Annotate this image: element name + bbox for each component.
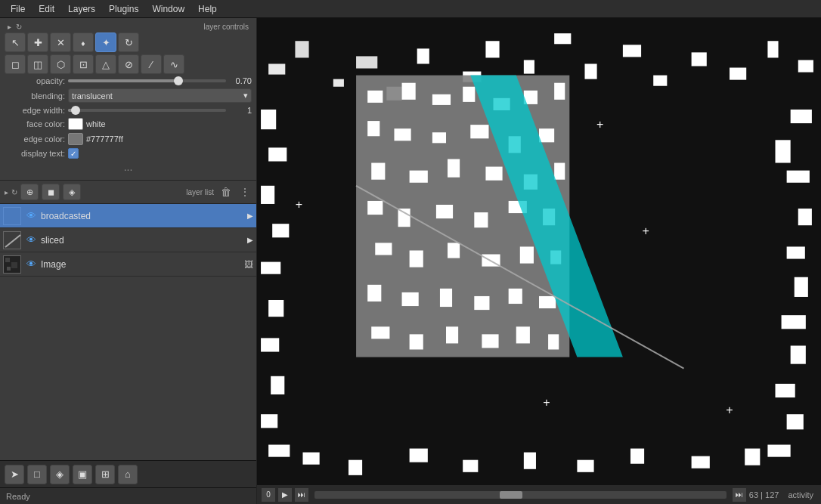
layer-eye-broadcasted[interactable]: 👁 <box>24 209 38 223</box>
svg-rect-22 <box>798 60 813 72</box>
opacity-track <box>68 79 226 82</box>
toolbar-3d-btn[interactable]: ◈ <box>50 465 70 484</box>
svg-line-0 <box>5 235 20 247</box>
svg-rect-64 <box>470 125 488 138</box>
layer-list-collapse-icon[interactable]: ▸ <box>5 188 8 196</box>
svg-rect-33 <box>767 445 790 457</box>
layer-controls-title: layer controls <box>25 23 249 31</box>
svg-rect-68 <box>410 171 428 183</box>
menu-layers[interactable]: Layers <box>62 2 101 16</box>
layer-list-delete-btn[interactable]: 🗑 <box>217 184 235 200</box>
tool-move[interactable]: ⬧ <box>73 32 94 52</box>
tool-remove[interactable]: ✕ <box>50 32 71 52</box>
layer-item-image[interactable]: 👁 Image 🖼 <box>0 252 256 277</box>
edge-color-value: #777777ff <box>86 135 123 144</box>
canvas-visual: + + + + + <box>257 18 821 484</box>
svg-rect-25 <box>787 171 810 183</box>
frame-last-btn[interactable]: ⏭ <box>733 488 746 502</box>
layer-name-sliced: sliced <box>41 235 244 246</box>
svg-text:+: + <box>642 224 649 237</box>
tool-ellipse[interactable]: ⬡ <box>50 54 71 74</box>
menu-edit[interactable]: Edit <box>33 2 60 16</box>
svg-text:+: + <box>296 197 302 211</box>
svg-rect-3 <box>11 262 17 268</box>
svg-rect-74 <box>398 209 410 227</box>
layer-type-image-icon: 🖼 <box>244 259 253 270</box>
svg-rect-41 <box>271 376 284 394</box>
timeline-track[interactable] <box>314 491 727 499</box>
display-text-checkbox[interactable]: ✓ <box>68 148 79 159</box>
face-color-swatch[interactable] <box>68 118 83 130</box>
toolbar-layers-btn[interactable]: ▣ <box>73 465 92 484</box>
layer-list-btn-add[interactable]: ⊕ <box>20 184 39 200</box>
opacity-thumb[interactable] <box>174 76 183 85</box>
layer-item-sliced[interactable]: 👁 sliced ▶ <box>0 228 256 252</box>
menu-plugins[interactable]: Plugins <box>103 2 144 16</box>
svg-rect-27 <box>787 246 805 258</box>
tool-pen[interactable]: ∕ <box>141 54 162 74</box>
frame-start-btn[interactable]: 0 <box>262 488 275 502</box>
display-text-label: display text: <box>5 149 65 158</box>
blending-row: blending: translucent ▾ <box>5 88 252 103</box>
svg-rect-23 <box>791 110 812 123</box>
svg-rect-17 <box>623 45 641 57</box>
tool-transform[interactable]: ✦ <box>95 32 116 52</box>
frame-play-btn[interactable]: ▶ <box>278 488 292 502</box>
collapse-icon[interactable]: ▸ <box>8 23 11 31</box>
layer-list-menu-icon[interactable]: ⋮ <box>238 185 252 199</box>
layer-item-broadcasted[interactable]: 👁 broadcasted ▶ <box>0 204 256 228</box>
menu-help[interactable]: Help <box>192 2 223 16</box>
svg-rect-26 <box>798 209 812 225</box>
svg-rect-40 <box>261 338 279 351</box>
canvas-area[interactable]: + + + + + <box>257 18 821 484</box>
toolbar-rect-btn[interactable]: □ <box>27 465 47 484</box>
left-panel: ▸ ↻ layer controls ↖ ✚ ✕ ⬧ ✦ ↻ ◻ ◫ ⬡ ⊡ △… <box>0 18 257 504</box>
frame-total: 127 <box>765 490 779 499</box>
layer-eye-sliced[interactable]: 👁 <box>24 233 38 247</box>
toolbar-grid-btn[interactable]: ⊞ <box>95 465 115 484</box>
svg-rect-56 <box>432 94 451 105</box>
frame-current: 63 <box>749 490 758 499</box>
status-bar: Ready <box>0 487 256 504</box>
opacity-fill <box>68 79 178 82</box>
tool-lasso[interactable]: ⊘ <box>118 54 139 74</box>
tool-poly[interactable]: △ <box>95 54 116 74</box>
frame-end-btn[interactable]: ⏭ <box>295 488 308 502</box>
svg-rect-93 <box>446 326 458 343</box>
svg-rect-80 <box>410 250 423 267</box>
tool-add[interactable]: ✚ <box>27 32 48 52</box>
svg-rect-50 <box>630 449 644 464</box>
layer-arrow-broadcasted: ▶ <box>247 212 253 220</box>
layer-controls-panel: ▸ ↻ layer controls ↖ ✚ ✕ ⬧ ✦ ↻ ◻ ◫ ⬡ ⊡ △… <box>0 18 256 181</box>
svg-rect-72 <box>554 163 565 180</box>
layer-eye-image[interactable]: 👁 <box>24 258 38 271</box>
toolbar-home-btn[interactable]: ⌂ <box>118 465 138 484</box>
edge-color-swatch[interactable] <box>68 133 83 145</box>
svg-rect-73 <box>367 201 383 215</box>
svg-rect-7 <box>295 41 308 57</box>
svg-rect-63 <box>432 132 446 143</box>
timeline-thumb[interactable] <box>500 491 522 499</box>
layer-list-btn-shapes[interactable]: ◈ <box>63 184 81 200</box>
svg-rect-76 <box>474 212 488 227</box>
layer-list-btn-select[interactable]: ◼ <box>42 184 60 200</box>
activity-label: activity <box>788 490 813 499</box>
tool-copy[interactable]: ◫ <box>27 54 48 74</box>
svg-rect-16 <box>584 63 596 79</box>
more-options-dots[interactable]: ··· <box>5 162 252 177</box>
tool-select[interactable]: ↖ <box>5 32 26 52</box>
tool-rect-select[interactable]: ◻ <box>5 54 26 74</box>
menu-window[interactable]: Window <box>146 2 191 16</box>
toolbar-terminal-btn[interactable]: ➤ <box>5 465 24 484</box>
blending-dropdown[interactable]: translucent ▾ <box>68 88 252 103</box>
edge-width-thumb[interactable] <box>71 106 80 115</box>
svg-rect-45 <box>349 460 362 475</box>
svg-rect-21 <box>767 41 778 57</box>
tool-crop[interactable]: ⊡ <box>73 54 94 74</box>
menu-file[interactable]: File <box>5 2 31 16</box>
tool-rotate[interactable]: ↻ <box>118 32 139 52</box>
svg-rect-55 <box>402 83 416 100</box>
edge-width-track <box>68 109 226 112</box>
tool-path[interactable]: ∿ <box>163 54 184 74</box>
svg-rect-87 <box>440 289 452 307</box>
